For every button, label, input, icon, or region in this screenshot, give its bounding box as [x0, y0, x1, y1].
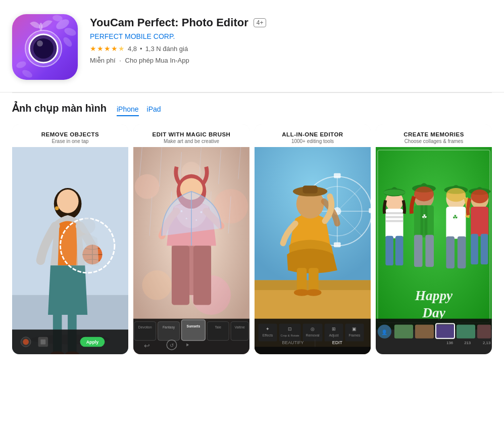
svg-rect-127	[385, 212, 403, 214]
screenshots-tabs-row: Ảnh chụp màn hình iPhone iPad	[0, 93, 504, 116]
svg-text:BEAUTIFY: BEAUTIFY	[282, 340, 304, 345]
svg-text:Frames: Frames	[348, 334, 361, 337]
card2-label: EDIT WITH MAGIC BRUSH Make art and be cr…	[133, 124, 249, 147]
star-5: ★	[118, 44, 125, 53]
svg-rect-164	[457, 324, 475, 338]
card2-subtitle: Make art and be creative	[137, 138, 245, 144]
svg-rect-145	[446, 236, 455, 268]
svg-rect-136	[414, 235, 423, 267]
card4-subtitle: Choose collages & frames	[380, 138, 488, 144]
svg-point-30	[23, 339, 29, 345]
svg-point-148	[446, 188, 466, 202]
meta-dot: ·	[119, 57, 121, 64]
card4-title: CREATE MEMORIES	[380, 131, 488, 137]
svg-text:↩: ↩	[144, 342, 150, 350]
screenshot-card-4: CREATE MEMORIES Choose collages & frames	[376, 124, 492, 354]
svg-text:⊡: ⊡	[288, 326, 292, 331]
svg-rect-72	[181, 320, 205, 341]
svg-rect-152	[471, 234, 478, 265]
card4-label: CREATE MEMORIES Choose collages & frames	[376, 124, 492, 147]
svg-point-4	[16, 60, 27, 69]
age-badge: 4+	[254, 18, 267, 27]
svg-rect-76	[231, 322, 248, 341]
svg-point-5	[21, 68, 33, 79]
rating-count: 1,3 N đánh giá	[145, 45, 188, 53]
svg-point-42	[142, 270, 172, 300]
svg-text:2,13: 2,13	[483, 341, 490, 345]
svg-rect-146	[458, 236, 466, 268]
svg-point-155	[471, 189, 488, 203]
app-title: YouCam Perfect: Photo Editor	[90, 16, 248, 29]
svg-text:Sunsets: Sunsets	[187, 324, 200, 328]
svg-text:Crop & Rotate: Crop & Rotate	[281, 334, 299, 337]
app-icon	[12, 14, 78, 80]
svg-point-1	[63, 26, 77, 37]
svg-rect-65	[193, 246, 211, 305]
svg-rect-99	[309, 268, 319, 293]
svg-point-101	[306, 289, 321, 296]
svg-text:136: 136	[446, 341, 453, 345]
svg-rect-98	[297, 268, 307, 293]
svg-text:↺: ↺	[170, 343, 174, 348]
svg-rect-64	[172, 246, 189, 305]
svg-rect-91	[334, 173, 341, 178]
svg-point-16	[57, 189, 79, 213]
svg-rect-144	[446, 207, 466, 239]
tab-iphone[interactable]: iPhone	[117, 105, 139, 116]
svg-rect-135	[414, 205, 434, 237]
svg-text:Happy: Happy	[415, 288, 453, 303]
rating-value: 4,8	[128, 45, 137, 53]
svg-text:Adjust: Adjust	[329, 334, 338, 338]
svg-rect-97	[303, 185, 317, 194]
star-1: ★	[90, 44, 96, 53]
svg-point-27	[80, 218, 95, 234]
svg-rect-163	[436, 324, 455, 338]
card3-label: ALL-IN-ONE EDITOR 1000+ editing tools	[255, 124, 371, 147]
svg-rect-141	[424, 205, 427, 235]
card3-title: ALL-IN-ONE EDITOR	[259, 131, 367, 137]
card1-image: Apply ↩ ↪	[12, 147, 128, 354]
tab-ipad[interactable]: iPad	[147, 105, 161, 116]
screenshot-card-1: REMOVE OBJECTS Erase in one tap	[12, 124, 128, 354]
app-price: Miễn phí	[90, 57, 116, 64]
svg-text:Fantasy: Fantasy	[163, 325, 175, 329]
svg-point-8	[33, 38, 54, 59]
screenshots-label: Ảnh chụp màn hình	[12, 102, 107, 114]
svg-rect-153	[481, 234, 488, 265]
card1-label: REMOVE OBJECTS Erase in one tap	[12, 124, 128, 147]
star-rating: ★ ★ ★ ★ ★	[90, 44, 125, 53]
star-4: ★	[111, 44, 118, 53]
svg-text:⊞: ⊞	[332, 326, 336, 331]
svg-rect-92	[334, 242, 341, 247]
svg-text:Removal: Removal	[306, 334, 320, 337]
svg-point-11	[39, 23, 42, 31]
svg-point-39	[135, 174, 160, 199]
app-title-row: YouCam Perfect: Photo Editor 4+	[90, 16, 266, 29]
card3-subtitle: 1000+ editing tools	[259, 138, 367, 144]
app-header: YouCam Perfect: Photo Editor 4+ PERFECT …	[0, 0, 504, 92]
app-info: YouCam Perfect: Photo Editor 4+ PERFECT …	[90, 14, 266, 64]
card1-subtitle: Erase in one tap	[16, 138, 124, 144]
svg-point-24	[55, 206, 59, 210]
svg-point-139	[414, 186, 434, 201]
svg-rect-161	[394, 324, 413, 338]
developer-link[interactable]: PERFECT MOBILE CORP.	[90, 32, 266, 40]
svg-point-9	[37, 40, 43, 46]
svg-rect-90	[369, 208, 371, 213]
svg-text:Tale: Tale	[215, 325, 221, 329]
svg-text:👤: 👤	[381, 329, 388, 336]
svg-text:▣: ▣	[352, 326, 357, 331]
star-3: ★	[104, 44, 111, 53]
svg-rect-74	[207, 322, 229, 341]
rating-bullet: •	[140, 45, 142, 53]
screenshot-card-2: EDIT WITH MAGIC BRUSH Make art and be cr…	[133, 124, 249, 354]
star-2: ★	[97, 44, 104, 53]
svg-text:Devotion: Devotion	[138, 325, 152, 329]
svg-rect-165	[477, 324, 491, 338]
svg-text:213: 213	[464, 341, 471, 345]
screenshots-row: REMOVE OBJECTS Erase in one tap	[0, 116, 504, 354]
svg-text:Effects: Effects	[263, 334, 273, 337]
screenshot-card-3: ALL-IN-ONE EDITOR 1000+ editing tools	[255, 124, 371, 354]
app-meta: Miễn phí · Cho phép Mua In-App	[90, 57, 266, 64]
svg-point-3	[62, 36, 73, 49]
